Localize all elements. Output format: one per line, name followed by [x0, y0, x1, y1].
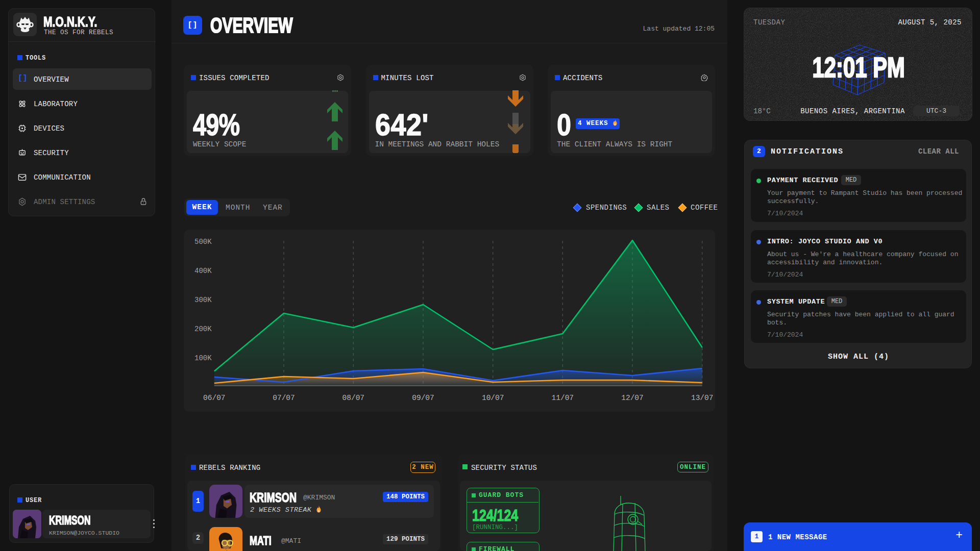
svg-text:100K: 100K: [194, 354, 212, 362]
svg-text:400K: 400K: [194, 267, 212, 275]
svg-text:06/07: 06/07: [203, 394, 226, 402]
svg-text:13/07: 13/07: [691, 394, 714, 402]
svg-text:500K: 500K: [194, 238, 212, 246]
svg-text:12/07: 12/07: [621, 394, 644, 402]
svg-text:200K: 200K: [194, 325, 212, 333]
svg-text:10/07: 10/07: [482, 394, 504, 402]
svg-text:300K: 300K: [194, 296, 212, 304]
svg-text:11/07: 11/07: [552, 394, 574, 402]
svg-text:09/07: 09/07: [412, 394, 434, 402]
svg-text:07/07: 07/07: [273, 394, 295, 402]
svg-text:08/07: 08/07: [342, 394, 365, 402]
